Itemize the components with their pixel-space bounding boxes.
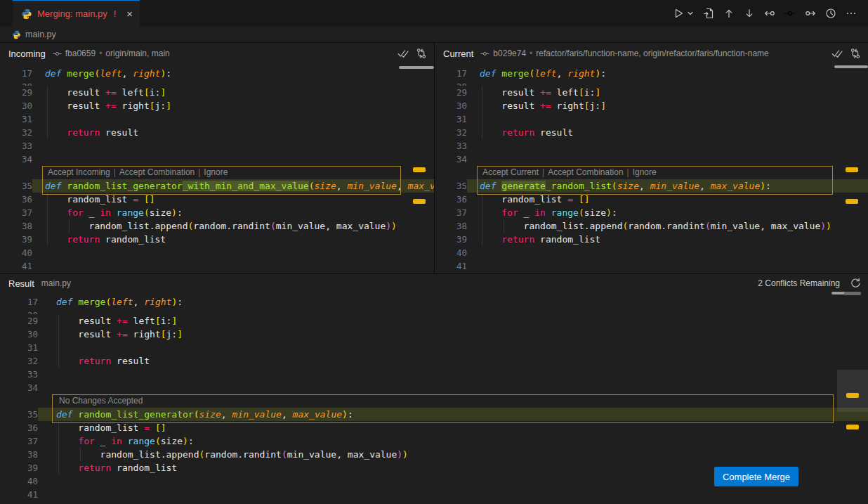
code-text [467,80,868,86]
code-token: : [600,68,606,79]
merge-base-left-icon[interactable] [764,8,775,19]
close-icon[interactable]: × [126,8,133,19]
code-token: , [336,181,348,191]
line-number: 33 [0,368,38,381]
code-line: 34 [435,153,868,166]
code-line: 37 for _ in range(size): [0,434,868,448]
accept-all-icon[interactable] [831,48,843,59]
vertical-scrollbar-thumb[interactable] [837,370,868,412]
code-token: size [199,409,221,420]
code-token [150,422,155,433]
code-text: return result [38,354,868,368]
run-icon[interactable] [673,8,684,19]
code-line: 36 random_list = [] [0,421,868,434]
arrow-down-icon[interactable] [744,8,755,19]
horizontal-scrollbar[interactable] [399,66,434,69]
line-number: 29 [435,86,467,99]
line-number: 30 [0,328,38,341]
conflict-ruler-marker [846,393,859,398]
history-icon[interactable] [825,8,836,19]
discard-icon[interactable] [850,278,861,289]
code-text: def random_list_generator(size, min_valu… [38,408,868,421]
line-number: 17 [435,67,467,80]
code-line: 30 result += right[j:] [435,99,868,112]
code-line: 28 [435,80,868,86]
code-token: right [567,68,595,79]
code-line: 33 [0,139,434,153]
code-token: += [105,101,117,111]
code-token: result [56,316,117,326]
code-token: , [282,409,293,420]
complete-merge-button[interactable]: Complete Merge [714,467,798,486]
code-token: _ [95,436,111,446]
code-token: ] [160,87,166,98]
accept-all-icon[interactable] [397,48,409,59]
git-commit-icon[interactable] [784,8,796,19]
line-number: 36 [0,193,32,206]
run-dropdown-icon[interactable] [687,10,694,17]
code-token: in [100,207,111,218]
code-token [56,463,78,473]
line-number: 37 [435,206,467,219]
merge-top-panes: Incomingfba0659•origin/main, main17def m… [0,42,868,273]
code-text [32,80,434,86]
code-token: += [540,101,551,111]
code-token: min_value [232,409,281,420]
code-token: ( [282,449,287,460]
code-token: ] [166,101,171,111]
code-text: def main(): [38,501,868,504]
line-number: 17 [0,295,38,309]
go-to-file-icon[interactable] [703,8,714,19]
more-actions-icon[interactable] [846,8,857,19]
breadcrumb[interactable]: main.py [0,27,868,42]
current-code-editor[interactable]: 17def merge(left, right):2829 result += … [435,64,868,273]
line-number: 31 [435,112,467,126]
horizontal-scrollbar-thumb[interactable] [844,292,861,295]
line-number: 42 [0,501,38,504]
code-token [45,234,67,245]
code-text: for _ in range(size): [38,434,868,448]
compare-icon[interactable] [416,48,427,59]
action-separator: | [624,167,633,177]
conflict-action-accept-incoming[interactable]: Accept Incoming [48,167,110,177]
compare-icon[interactable] [850,48,861,59]
conflict-action-ignore[interactable]: Ignore [633,167,657,177]
line-number: 30 [435,99,467,112]
code-token: result [45,101,105,111]
code-line: 31 [0,112,434,126]
code-token: right [551,101,584,111]
conflict-action-accept-combination[interactable]: Accept Combination [119,167,195,177]
code-text: result += left[i:] [38,314,868,328]
code-text: result += right[j:] [32,99,434,112]
arrow-up-icon[interactable] [723,8,735,19]
code-token: ] [177,329,183,340]
code-text: return result [32,126,434,139]
code-token [45,127,67,138]
line-number: 39 [435,233,467,246]
horizontal-scrollbar[interactable] [834,65,868,68]
conflicts-remaining-status: 2 Conflicts Remaining [758,278,840,288]
merge-base-right-icon[interactable] [805,8,816,19]
code-text [32,139,434,153]
vscode-merge-editor-window: Merging: main.py ! × main.py Incomingfba… [0,0,868,504]
code-token: ( [270,221,276,231]
incoming-code-editor[interactable]: 17def merge(left, right):2829 result += … [0,64,434,273]
code-text: return result [467,126,868,139]
code-line: 32 return result [0,126,434,139]
line-number: 36 [435,193,467,206]
conflict-action-accept-current[interactable]: Accept Current [482,167,539,177]
code-token: def [480,68,496,79]
conflict-actions-row: Accept Current|Accept Combination|Ignore [435,166,868,179]
code-token: ( [579,207,584,218]
code-line: 29 result += left[i:] [435,86,868,99]
conflict-action-ignore[interactable]: Ignore [204,167,228,177]
code-token: return [501,127,534,138]
conflict-action-accept-combination[interactable]: Accept Combination [548,167,623,177]
code-text: random_list = [] [38,421,868,434]
editor-tab-merging-main-py[interactable]: Merging: main.py ! × [13,0,140,27]
code-token: def [56,297,72,307]
code-text [467,259,868,273]
code-text [467,153,868,166]
code-line: 28 [0,309,868,314]
pane-header-actions [831,48,861,59]
